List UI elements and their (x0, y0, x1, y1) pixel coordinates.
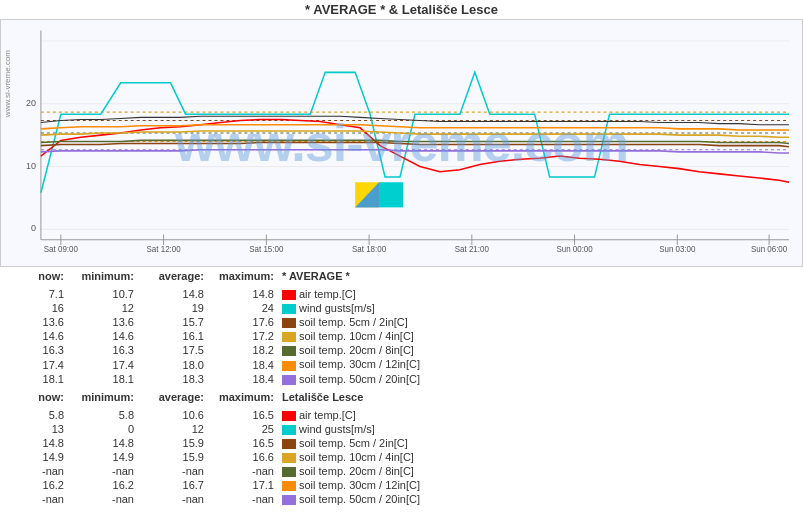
svg-text:Sat 12:00: Sat 12:00 (147, 245, 182, 254)
color-dot (282, 304, 296, 314)
section-average: now: minimum: average: maximum: * AVERAG… (8, 269, 795, 283)
tables-area: now: minimum: average: maximum: * AVERAG… (0, 267, 803, 528)
header-avg: average: (138, 269, 208, 283)
svg-text:20: 20 (26, 98, 36, 108)
average-table: now: minimum: average: maximum: * AVERAG… (8, 269, 795, 283)
lesce-header: now: minimum: average: maximum: Letališč… (8, 390, 795, 404)
cell-max: 18.4 (208, 372, 278, 386)
table-row: 17.4 17.4 18.0 18.4 soil temp. 30cm / 12… (8, 357, 795, 371)
cell-max: 16.6 (208, 450, 278, 464)
cell-label: soil temp. 5cm / 2in[C] (278, 315, 795, 329)
lesce-header-max: maximum: (208, 390, 278, 404)
cell-min: 14.6 (68, 329, 138, 343)
table-row: -nan -nan -nan -nan soil temp. 50cm / 20… (8, 492, 795, 506)
chart-title: * AVERAGE * & Letališče Lesce (0, 0, 803, 19)
color-dot (282, 453, 296, 463)
svg-text:Sun 06:00: Sun 06:00 (751, 245, 788, 254)
cell-label: air temp.[C] (278, 408, 795, 422)
svg-text:Sat 09:00: Sat 09:00 (44, 245, 79, 254)
svg-rect-32 (379, 182, 403, 207)
chart-svg: 20 10 0 Sat 09:00 Sat 12:00 Sat 15:00 Sa… (1, 20, 802, 266)
cell-now: 17.4 (8, 357, 68, 371)
cell-avg: 16.1 (138, 329, 208, 343)
cell-avg: 16.7 (138, 478, 208, 492)
cell-min: 13.6 (68, 315, 138, 329)
cell-avg: 10.6 (138, 408, 208, 422)
cell-label: wind gusts[m/s] (278, 422, 795, 436)
cell-max: 16.5 (208, 408, 278, 422)
svg-text:Sun 00:00: Sun 00:00 (556, 245, 593, 254)
cell-avg: 15.9 (138, 450, 208, 464)
cell-min: 5.8 (68, 408, 138, 422)
cell-now: -nan (8, 464, 68, 478)
cell-now: 13 (8, 422, 68, 436)
cell-max: -nan (208, 464, 278, 478)
chart-area: www.si-vreme.com 20 10 0 Sat 09:00 Sat 1… (0, 19, 803, 267)
lesce-header-min: minimum: (68, 390, 138, 404)
svg-text:Sat 18:00: Sat 18:00 (352, 245, 387, 254)
cell-min: 14.8 (68, 436, 138, 450)
section1-title: * AVERAGE * (278, 269, 795, 283)
cell-now: 16.2 (8, 478, 68, 492)
table-row: 13 0 12 25 wind gusts[m/s] (8, 422, 795, 436)
cell-label: soil temp. 10cm / 4in[C] (278, 450, 795, 464)
cell-label: wind gusts[m/s] (278, 301, 795, 315)
cell-max: 24 (208, 301, 278, 315)
color-dot (282, 411, 296, 421)
cell-min: 16.3 (68, 343, 138, 357)
section-lesce-data: 5.8 5.8 10.6 16.5 air temp.[C] 13 0 12 2… (8, 408, 795, 507)
cell-avg: 15.9 (138, 436, 208, 450)
table-row: 5.8 5.8 10.6 16.5 air temp.[C] (8, 408, 795, 422)
cell-max: 25 (208, 422, 278, 436)
cell-now: 18.1 (8, 372, 68, 386)
si-vreme-side-label: www.si-vreme.com (3, 50, 12, 117)
cell-max: 17.1 (208, 478, 278, 492)
cell-now: 14.9 (8, 450, 68, 464)
cell-now: 7.1 (8, 287, 68, 301)
svg-text:10: 10 (26, 160, 36, 170)
color-dot (282, 467, 296, 477)
cell-now: 5.8 (8, 408, 68, 422)
cell-label: soil temp. 50cm / 20in[C] (278, 492, 795, 506)
average-header: now: minimum: average: maximum: * AVERAG… (8, 269, 795, 283)
cell-now: 16.3 (8, 343, 68, 357)
cell-min: 12 (68, 301, 138, 315)
svg-text:Sat 15:00: Sat 15:00 (249, 245, 284, 254)
table-row: 16.2 16.2 16.7 17.1 soil temp. 30cm / 12… (8, 478, 795, 492)
section-lesce: now: minimum: average: maximum: Letališč… (8, 390, 795, 404)
main-container: * AVERAGE * & Letališče Lesce www.si-vre… (0, 0, 803, 528)
cell-max: 14.8 (208, 287, 278, 301)
color-dot (282, 361, 296, 371)
cell-label: soil temp. 30cm / 12in[C] (278, 478, 795, 492)
cell-max: 17.2 (208, 329, 278, 343)
cell-min: 0 (68, 422, 138, 436)
cell-now: 16 (8, 301, 68, 315)
lesce-header-avg: average: (138, 390, 208, 404)
header-now: now: (8, 269, 68, 283)
cell-now: 14.6 (8, 329, 68, 343)
cell-avg: 15.7 (138, 315, 208, 329)
color-dot (282, 290, 296, 300)
color-dot (282, 439, 296, 449)
svg-text:0: 0 (31, 223, 36, 233)
cell-max: 18.2 (208, 343, 278, 357)
color-dot (282, 425, 296, 435)
cell-label: air temp.[C] (278, 287, 795, 301)
cell-max: -nan (208, 492, 278, 506)
color-dot (282, 332, 296, 342)
table-row: 16.3 16.3 17.5 18.2 soil temp. 20cm / 8i… (8, 343, 795, 357)
table-row: 7.1 10.7 14.8 14.8 air temp.[C] (8, 287, 795, 301)
cell-label: soil temp. 10cm / 4in[C] (278, 329, 795, 343)
cell-min: 18.1 (68, 372, 138, 386)
header-min: minimum: (68, 269, 138, 283)
svg-text:Sat 21:00: Sat 21:00 (455, 245, 490, 254)
cell-max: 16.5 (208, 436, 278, 450)
cell-avg: 12 (138, 422, 208, 436)
lesce-data-table: 5.8 5.8 10.6 16.5 air temp.[C] 13 0 12 2… (8, 408, 795, 507)
cell-min: 14.9 (68, 450, 138, 464)
cell-avg: 18.0 (138, 357, 208, 371)
table-row: 13.6 13.6 15.7 17.6 soil temp. 5cm / 2in… (8, 315, 795, 329)
table-row: 18.1 18.1 18.3 18.4 soil temp. 50cm / 20… (8, 372, 795, 386)
cell-avg: -nan (138, 492, 208, 506)
header-max: maximum: (208, 269, 278, 283)
